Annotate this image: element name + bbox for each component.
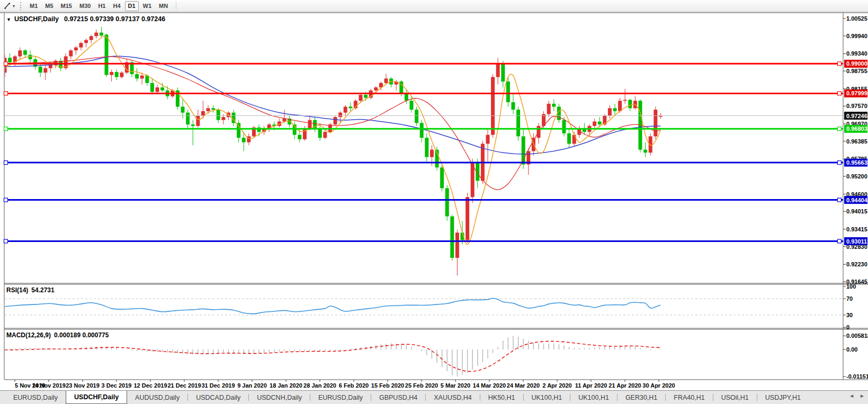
line-drag-handle[interactable] — [4, 161, 8, 165]
chart-tab-usdchf-daily[interactable]: USDCHF,Daily — [66, 391, 127, 404]
line-drag-handle[interactable] — [4, 92, 8, 95]
chart-tab-audusd-daily[interactable]: AUDUSD,Daily — [127, 391, 187, 404]
line-drag-handle[interactable] — [838, 198, 842, 202]
chart-tab-usdjpy-h1[interactable]: USDJPY,H1 — [757, 391, 809, 404]
timeframe-button-m15[interactable]: M15 — [58, 1, 75, 11]
line-drag-handle[interactable] — [4, 239, 8, 243]
candle-body — [39, 67, 42, 73]
candle-body — [160, 87, 164, 91]
chart-tab-gbpusd-h4[interactable]: GBPUSD,H4 — [371, 391, 425, 404]
candle-body — [455, 232, 459, 258]
price-tick-label: 0.92230 — [846, 261, 867, 267]
price-tick-label: 0.95200 — [846, 173, 867, 179]
candle-body — [156, 87, 159, 92]
candle-body — [567, 133, 571, 144]
chart-canvas[interactable]: 1.005250.999400.993400.987550.981550.975… — [0, 12, 868, 390]
candle-body — [410, 101, 414, 110]
chart-tab-usdcnh-daily[interactable]: USDCNH,Daily — [249, 391, 310, 404]
price-tick-label: 1.00525 — [846, 15, 867, 22]
candle-body — [491, 77, 495, 135]
candle-body — [115, 72, 119, 77]
candle-body — [496, 64, 500, 77]
line-drag-handle[interactable] — [838, 92, 842, 95]
timeframe-button-m30[interactable]: M30 — [76, 1, 94, 11]
tool-dropdown-caret[interactable]: ▾ — [13, 4, 15, 8]
candle-body — [69, 50, 73, 56]
candle-body — [466, 197, 469, 240]
candle-body — [196, 115, 200, 126]
chart-tab-uk100-h1[interactable]: UK100,H1 — [570, 391, 617, 404]
draw-tool-icon[interactable] — [3, 2, 12, 11]
candle-body — [471, 163, 475, 197]
candle-body — [608, 108, 612, 115]
level-price-badge-label: 0.94404 — [846, 197, 868, 203]
candle-body — [562, 120, 566, 133]
line-drag-handle[interactable] — [4, 198, 8, 202]
chart-symbol-timeframe: USDCHF,Daily — [14, 15, 59, 23]
chart-tab-uk100-h1[interactable]: UK100,H1 — [524, 391, 570, 404]
date-tick-label: 18 Jan 2020 — [270, 382, 302, 389]
candle-body — [323, 132, 327, 138]
candle-body — [49, 65, 52, 68]
candle-body — [552, 104, 556, 107]
candle-body — [186, 113, 190, 124]
candle-body — [150, 83, 154, 92]
macd-tick-label: 0.005818 — [846, 333, 868, 339]
tabs-scroll-right-icon[interactable]: ► — [860, 393, 865, 399]
candle-body — [348, 107, 352, 109]
line-drag-handle[interactable] — [838, 161, 842, 165]
candle-body — [110, 72, 113, 75]
chart-tab-xauusd-h4[interactable]: XAUUSD,H4 — [426, 391, 480, 404]
candle-body — [211, 108, 215, 110]
timeframe-button-h4[interactable]: H4 — [110, 1, 123, 11]
line-drag-handle[interactable] — [4, 127, 8, 131]
candle-body — [405, 93, 408, 101]
line-drag-handle[interactable] — [838, 127, 842, 131]
tabs-scroll-left-icon[interactable]: ◄ — [849, 393, 854, 399]
chart-tab-usdcad-daily[interactable]: USDCAD,Daily — [188, 391, 248, 404]
timeframe-button-m5[interactable]: M5 — [42, 1, 56, 11]
chart-tab-hk50-h1[interactable]: HK50,H1 — [480, 391, 523, 404]
timeframe-button-h1[interactable]: H1 — [95, 1, 109, 11]
timeframe-button-d1[interactable]: D1 — [125, 1, 139, 11]
chart-tab-usoil-h1[interactable]: USOil,H1 — [713, 391, 757, 404]
candle-body — [105, 35, 109, 75]
chart-tab-eurusd-daily[interactable]: EURUSD,Daily — [310, 391, 371, 404]
candle-body — [100, 33, 103, 36]
chart-tab-fra40-h1[interactable]: FRA40,H1 — [666, 391, 712, 404]
candle-body — [445, 188, 449, 216]
toolbar-grip — [20, 2, 21, 10]
chart-tab-ger30-h1[interactable]: GER30,H1 — [618, 391, 665, 404]
line-drag-handle[interactable] — [838, 62, 842, 66]
timeframe-button-mn[interactable]: MN — [156, 1, 171, 11]
timeframe-button-m1[interactable]: M1 — [26, 1, 41, 11]
price-tick-label: 0.98755 — [846, 68, 867, 74]
candle-body — [613, 108, 617, 111]
date-tick-label: 5 Mar 2020 — [441, 382, 470, 389]
candle-body — [191, 124, 195, 126]
candle-body — [374, 87, 378, 91]
price-tick-label: 0.99940 — [846, 33, 867, 39]
current-price-badge-label: 0.97246 — [846, 113, 867, 119]
date-tick-label: 21 Apr 2020 — [609, 382, 641, 389]
level-price-badge-label: 0.95663 — [846, 159, 867, 166]
rsi-tick-label: 0 — [846, 324, 849, 330]
candle-body — [572, 135, 576, 144]
timeframe-button-w1[interactable]: W1 — [140, 1, 155, 11]
date-tick-label: 25 Feb 2020 — [405, 382, 438, 389]
date-tick-label: 9 Jan 2020 — [237, 382, 267, 389]
rsi-tick-label: 30 — [846, 312, 853, 318]
candle-body — [140, 76, 144, 79]
candle-body — [18, 50, 22, 56]
chart-tab-eurusd-daily[interactable]: EURUSD,Daily — [5, 391, 66, 404]
date-tick-label: 12 Dec 2019 — [134, 382, 167, 389]
candle-body — [23, 50, 27, 55]
candle-body — [338, 113, 342, 117]
candle-body — [201, 111, 205, 115]
candle-body — [318, 129, 322, 138]
line-drag-handle[interactable] — [838, 239, 842, 243]
price-tick-label: 0.94015 — [846, 208, 867, 214]
line-drag-handle[interactable] — [4, 62, 8, 66]
level-price-badge-label: 0.99000 — [846, 60, 867, 67]
rsi-tick-label: 70 — [846, 295, 853, 302]
